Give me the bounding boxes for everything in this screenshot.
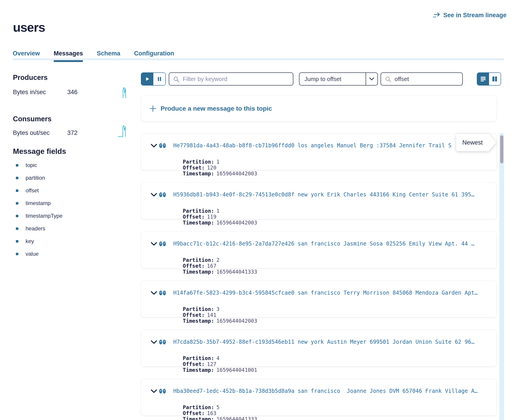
message-row[interactable]: H5936db81-b943-4e0f-8c29-74513e0c0d8f ne… (141, 182, 497, 219)
producers-metric-row: Bytes in/sec 346 (13, 89, 117, 96)
null-char-icon (163, 389, 166, 394)
offset-label: Offset: (183, 410, 205, 416)
partition-label: Partition: (183, 306, 214, 312)
tab-configuration[interactable]: Configuration (134, 50, 174, 60)
null-char-icon (159, 340, 162, 345)
expand-chevron-icon[interactable] (151, 291, 157, 295)
message-key-line: H5936db81-b943-4e0f-8c29-74513e0c0d8f ne… (159, 191, 490, 198)
timestamp-value: 1659644042003 (216, 220, 257, 226)
field-item-partition: partition (16, 175, 45, 181)
field-label: headers (26, 225, 45, 232)
bullet-icon (16, 227, 18, 230)
expand-chevron-icon[interactable] (151, 340, 157, 344)
field-item-timestampType: timestampType (16, 213, 62, 219)
consumers-metric-row: Bytes out/sec 372 (13, 129, 117, 136)
tab-overview[interactable]: Overview (13, 50, 40, 60)
timestamp-label: Timestamp: (183, 367, 214, 373)
partition-label: Partition: (183, 159, 214, 165)
timestamp-value: 1659644041333 (216, 269, 257, 275)
tab-messages[interactable]: Messages (54, 50, 83, 60)
bullet-icon (16, 177, 18, 179)
topic-page: users See in Stream lineage Overview Mes… (0, 0, 516, 420)
producers-heading: Producers (13, 74, 47, 82)
partition-value: 4 (216, 355, 219, 361)
timestamp-value: 1659644042003 (216, 171, 257, 177)
field-label: topic (26, 162, 37, 168)
field-label: key (26, 238, 34, 244)
bytes-out-label: Bytes out/sec (13, 129, 50, 136)
offset-value: 127 (207, 361, 216, 367)
messages-panel: Produce a new message to this topic He77… (141, 0, 497, 420)
partition-label: Partition: (183, 257, 214, 263)
bullet-icon (16, 189, 18, 192)
plus-icon (149, 105, 156, 112)
bullet-icon (16, 253, 18, 255)
offset-value: 167 (207, 263, 216, 269)
message-row[interactable]: H14fa67fe-5823-4299-b3c4-595845cfcae0 sa… (141, 281, 497, 317)
expand-chevron-icon[interactable] (151, 144, 157, 148)
message-meta: Partition:1 Offset:120 Timestamp:1659644… (158, 153, 270, 182)
offset-label: Offset: (183, 214, 205, 220)
message-key: H9bacc71c-b12c-4216-8e95-2a7da727e426 sa… (173, 240, 474, 247)
expand-chevron-icon[interactable] (151, 242, 157, 246)
message-meta: Partition:4 Offset:127 Timestamp:1659644… (158, 349, 270, 379)
partition-value: 1 (216, 159, 219, 165)
partition-value: 3 (216, 306, 219, 312)
null-char-icon (163, 241, 166, 246)
timestamp-label: Timestamp: (183, 318, 214, 324)
produce-message-button[interactable]: Produce a new message to this topic (141, 96, 497, 121)
bytes-in-label: Bytes in/sec (13, 89, 46, 96)
partition-value: 2 (216, 257, 219, 263)
timestamp-value: 1659644041333 (216, 416, 257, 420)
message-key-line: Hba30eed7-1edc-452b-8b1a-738d3b5d8a9a sa… (159, 388, 490, 394)
consumers-heading: Consumers (13, 115, 52, 123)
bytes-in-sparkline (122, 86, 127, 99)
bullet-icon (16, 215, 18, 217)
offset-value: 141 (207, 312, 216, 318)
null-char-icon (163, 291, 166, 295)
offset-label: Offset: (183, 263, 205, 269)
offset-label: Offset: (183, 165, 205, 171)
message-key: H5936db81-b943-4e0f-8c29-74513e0c0d8f ne… (173, 191, 474, 198)
field-item-timestamp: timestamp (16, 200, 51, 206)
message-meta: Partition:1 Offset:119 Timestamp:1659644… (158, 202, 270, 232)
timestamp-label: Timestamp: (183, 220, 214, 226)
null-char-icon (159, 291, 162, 295)
tab-schema[interactable]: Schema (97, 50, 120, 60)
messages-scrollbar-thumb[interactable] (500, 135, 503, 163)
message-fields-heading: Message fields (13, 147, 66, 156)
null-char-icon (159, 192, 162, 197)
scroll-position-label: Newest (462, 139, 483, 146)
message-row[interactable]: He77981da-4a43-48ab-b8f8-cb71b96ffdd0 lo… (141, 133, 497, 170)
scroll-position-tooltip: Newest (456, 134, 489, 151)
offset-label: Offset: (183, 312, 205, 318)
field-label: offset (26, 187, 39, 194)
message-key: H7cda825b-35b7-4952-88ef-c193d546eb11 ne… (173, 339, 474, 345)
offset-value: 120 (207, 165, 216, 171)
offset-value: 163 (207, 410, 216, 416)
message-row[interactable]: Hba30eed7-1edc-452b-8b1a-738d3b5d8a9a sa… (141, 379, 497, 416)
timestamp-label: Timestamp: (183, 416, 214, 420)
field-label: timestampType (26, 213, 62, 219)
timestamp-value: 1659644041001 (216, 367, 257, 373)
partition-label: Partition: (183, 355, 214, 361)
partition-label: Partition: (183, 404, 214, 410)
field-item-offset: offset (16, 187, 39, 194)
null-char-icon (163, 143, 166, 148)
message-key-line: H14fa67fe-5823-4299-b3c4-595845cfcae0 sa… (159, 289, 490, 296)
bullet-icon (16, 164, 18, 166)
message-key: He77981da-4a43-48ab-b8f8-cb71b96ffdd0 lo… (173, 142, 451, 149)
field-item-value: value (16, 251, 39, 257)
null-char-icon (159, 241, 162, 246)
expand-chevron-icon[interactable] (151, 390, 157, 393)
expand-chevron-icon[interactable] (151, 193, 157, 197)
offset-label: Offset: (183, 361, 205, 367)
field-item-key: key (16, 238, 34, 244)
message-row[interactable]: H7cda825b-35b7-4952-88ef-c193d546eb11 ne… (141, 330, 497, 367)
messages-scrollbar-track[interactable] (499, 133, 504, 420)
bytes-out-value: 372 (67, 129, 77, 136)
page-title: users (13, 20, 45, 35)
field-item-topic: topic (16, 162, 37, 168)
message-row[interactable]: H9bacc71c-b12c-4216-8e95-2a7da727e426 sa… (141, 232, 497, 268)
message-key-line: He77981da-4a43-48ab-b8f8-cb71b96ffdd0 lo… (159, 142, 490, 149)
